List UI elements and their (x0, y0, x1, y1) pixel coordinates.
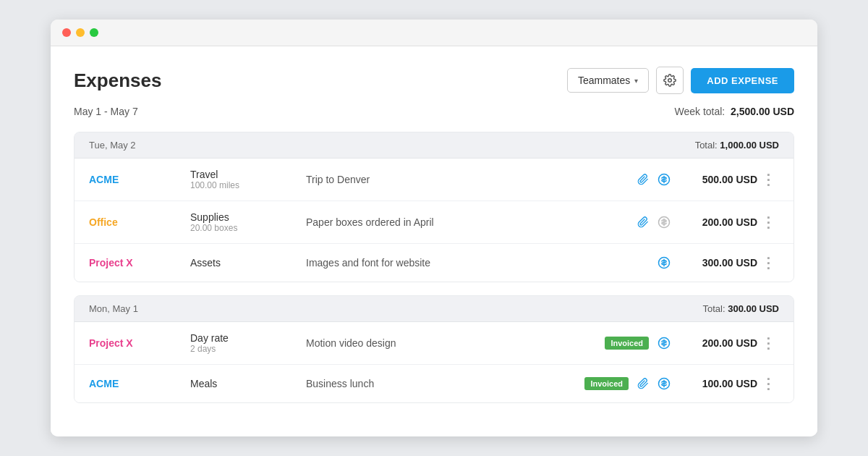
dollar-icon[interactable] (658, 216, 671, 229)
day-total-value: 300.00 USD (728, 303, 779, 314)
dollar-icon[interactable] (658, 377, 671, 390)
day-section-mon-may1: Mon, May 1 Total: 300.00 USD Project X D… (74, 295, 794, 403)
clip-icon[interactable] (637, 378, 649, 389)
category-name: Meals (190, 378, 306, 389)
week-total-label: Week total: (674, 106, 725, 117)
close-dot[interactable] (62, 28, 71, 37)
category-cell: Assets (190, 257, 306, 269)
more-icon: ⋮ (761, 171, 775, 188)
more-menu[interactable]: ⋮ (757, 375, 779, 392)
more-menu[interactable]: ⋮ (757, 214, 779, 231)
category-name: Day rate (190, 332, 306, 344)
row-icons (555, 216, 671, 229)
client-cell: ACME (89, 173, 190, 186)
header-actions: Teammates ▾ ADD EXPENSE (567, 67, 794, 94)
table-row: Project X Day rate 2 days Motion video d… (75, 322, 793, 365)
client-name[interactable]: Project X (89, 257, 133, 269)
dollar-icon[interactable] (658, 256, 671, 269)
svg-point-0 (668, 79, 672, 83)
client-name[interactable]: ACME (89, 378, 119, 389)
category-name: Supplies (190, 211, 306, 223)
clip-icon[interactable] (637, 216, 649, 228)
more-icon: ⋮ (761, 375, 775, 392)
row-icons: Invoiced (555, 377, 671, 390)
description-cell: Business lunch (306, 378, 555, 389)
gear-icon (663, 74, 676, 87)
table-row: ACME Meals Business lunch Invoiced 100.0… (75, 365, 793, 402)
titlebar (51, 20, 817, 46)
dollar-icon[interactable] (658, 173, 671, 186)
add-expense-button[interactable]: ADD EXPENSE (691, 68, 794, 93)
category-sub: 2 days (190, 344, 306, 354)
table-row: Office Supplies 20.00 boxes Paper boxes … (75, 201, 793, 244)
amount-cell: 200.00 USD (671, 216, 757, 228)
client-cell: ACME (89, 377, 190, 390)
day-total: Total: 300.00 USD (702, 303, 779, 314)
minimize-dot[interactable] (76, 28, 85, 37)
amount-cell: 100.00 USD (671, 378, 757, 389)
client-cell: Office (89, 216, 190, 229)
more-icon: ⋮ (761, 254, 775, 271)
clip-icon[interactable] (637, 174, 649, 185)
amount-cell: 200.00 USD (671, 337, 757, 349)
category-name: Assets (190, 257, 306, 269)
row-icons (555, 173, 671, 186)
category-sub: 20.00 boxes (190, 223, 306, 233)
more-menu[interactable]: ⋮ (757, 334, 779, 352)
category-name: Travel (190, 169, 306, 180)
invoiced-badge: Invoiced (584, 377, 629, 390)
description-cell: Trip to Denver (306, 174, 555, 185)
page-title: Expenses (74, 69, 161, 92)
description-cell: Paper boxes ordered in April (306, 216, 555, 228)
day-total-value: 1,000.00 USD (720, 140, 779, 151)
more-menu[interactable]: ⋮ (757, 171, 779, 188)
sections-container: Tue, May 2 Total: 1,000.00 USD ACME Trav… (74, 132, 794, 403)
week-total: Week total: 2,500.00 USD (674, 106, 794, 117)
category-cell: Day rate 2 days (190, 332, 306, 354)
row-icons: Invoiced (555, 337, 671, 350)
category-cell: Meals (190, 378, 306, 389)
dollar-icon[interactable] (658, 337, 671, 350)
header-row: Expenses Teammates ▾ ADD EXPENSE (74, 67, 794, 94)
more-icon: ⋮ (761, 214, 775, 231)
category-cell: Supplies 20.00 boxes (190, 211, 306, 233)
main-content: Expenses Teammates ▾ ADD EXPENSE May 1 -… (51, 46, 817, 436)
more-icon: ⋮ (761, 334, 775, 352)
date-range-row: May 1 - May 7 Week total: 2,500.00 USD (74, 106, 794, 117)
date-range: May 1 - May 7 (74, 106, 138, 117)
category-cell: Travel 100.00 miles (190, 169, 306, 190)
description-cell: Images and font for website (306, 257, 555, 269)
day-label: Tue, May 2 (89, 140, 136, 151)
more-menu[interactable]: ⋮ (757, 254, 779, 271)
client-cell: Project X (89, 337, 190, 350)
day-section-tue-may2: Tue, May 2 Total: 1,000.00 USD ACME Trav… (74, 132, 794, 282)
day-total: Total: 1,000.00 USD (695, 140, 779, 151)
client-cell: Project X (89, 256, 190, 269)
teammates-label: Teammates (578, 75, 630, 86)
table-row: ACME Travel 100.00 miles Trip to Denver … (75, 159, 793, 201)
amount-cell: 500.00 USD (671, 174, 757, 185)
client-name[interactable]: Project X (89, 337, 133, 349)
day-label: Mon, May 1 (89, 303, 138, 314)
client-name[interactable]: ACME (89, 174, 119, 185)
table-row: Project X Assets Images and font for web… (75, 244, 793, 282)
teammates-dropdown[interactable]: Teammates ▾ (567, 68, 649, 93)
maximize-dot[interactable] (90, 28, 98, 37)
amount-cell: 300.00 USD (671, 257, 757, 269)
invoiced-badge: Invoiced (605, 337, 649, 350)
category-sub: 100.00 miles (190, 180, 306, 190)
row-icons (555, 256, 671, 269)
description-cell: Motion video design (306, 337, 555, 349)
week-total-value: 2,500.00 USD (731, 106, 794, 117)
client-name[interactable]: Office (89, 216, 118, 228)
chevron-down-icon: ▾ (634, 77, 638, 85)
day-header-tue-may2: Tue, May 2 Total: 1,000.00 USD (75, 132, 793, 159)
settings-button[interactable] (656, 67, 684, 94)
day-header-mon-may1: Mon, May 1 Total: 300.00 USD (75, 296, 793, 322)
app-window: Expenses Teammates ▾ ADD EXPENSE May 1 -… (51, 20, 817, 436)
